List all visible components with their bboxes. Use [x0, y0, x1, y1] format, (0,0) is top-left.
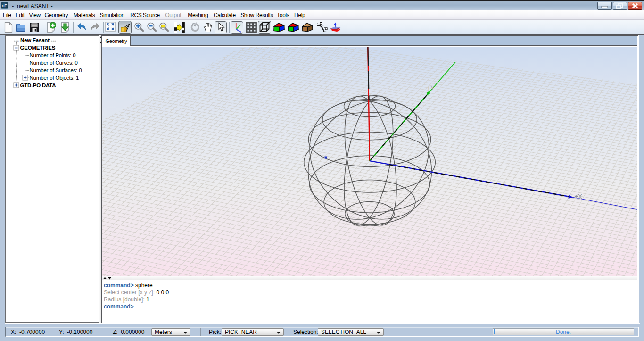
svg-text:+X: +X	[575, 193, 583, 200]
svg-text:+Y: +Y	[427, 84, 435, 91]
